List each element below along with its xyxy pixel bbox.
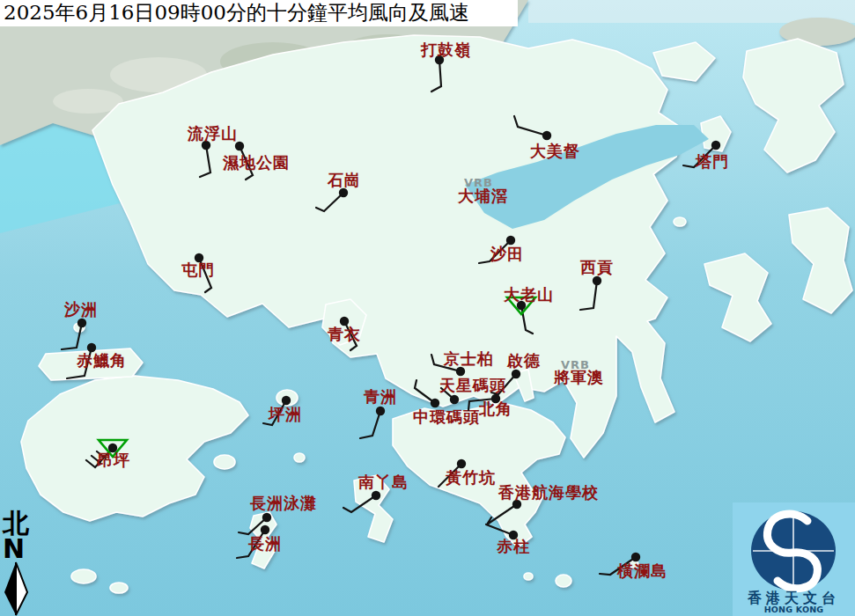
- station-dot: [235, 142, 244, 150]
- station-dot: [456, 367, 465, 376]
- hko-logo: 香港天文台 HONG KONG OBSERVATORY: [733, 502, 855, 616]
- soko-island: [110, 583, 128, 593]
- station-label: 中環碼頭: [413, 407, 480, 426]
- station-dot: [261, 525, 269, 534]
- station-dot: [339, 188, 348, 197]
- station-label: 天星碼頭: [439, 376, 506, 394]
- station-label: 西貢: [579, 258, 614, 276]
- station-dot: [457, 459, 466, 468]
- north-compass: 北 N: [0, 510, 35, 616]
- station-label: 石崗: [327, 171, 361, 189]
- station-label: 北角: [478, 400, 512, 418]
- logo-english-label: HONG KONG OBSERVATORY: [733, 605, 855, 616]
- station-dot: [631, 553, 640, 561]
- north-letter-label: N: [0, 537, 35, 561]
- station-dot: [512, 370, 520, 378]
- islet: [674, 217, 686, 226]
- station-label: 赤柱: [496, 537, 530, 555]
- station-label: 坪洲: [268, 405, 302, 423]
- station-label: 打鼓嶺: [420, 40, 471, 59]
- compass-needle-icon: [1, 561, 31, 616]
- islet: [524, 573, 533, 580]
- station-dot: [372, 491, 380, 500]
- station-dot: [542, 131, 551, 140]
- station-dot: [262, 513, 271, 522]
- station-label: 青洲: [363, 387, 397, 406]
- station-dot: [282, 396, 291, 405]
- station-label: 啟德: [506, 351, 541, 370]
- station-label: 橫瀾島: [616, 561, 667, 580]
- station-dot: [376, 407, 385, 415]
- station-label: 長洲泳灘: [249, 494, 317, 512]
- station-label: 昂坪: [97, 451, 130, 469]
- station-label: 屯門: [181, 260, 215, 279]
- station-label: 京士柏: [443, 349, 494, 368]
- station-dot: [711, 141, 720, 150]
- wind-map-page: 打鼓嶺流浮山濕地公園石崗大美督塔門VRB大埔滘沙田西貢大老山屯門沙洲赤鱲角青衣京…: [0, 0, 855, 616]
- sunshine-island: [294, 453, 305, 462]
- map-title: 2025年6月16日09時00分的十分鐘平均風向及風速: [0, 0, 518, 26]
- station-label: 南丫島: [357, 473, 409, 491]
- station-dot: [431, 399, 439, 407]
- station-label: 流浮山: [187, 124, 238, 143]
- station-label: 赤鱲角: [76, 351, 127, 370]
- station-label: 長洲: [247, 534, 282, 553]
- station-label: 將軍澳: [553, 368, 604, 386]
- station-label: 青衣: [327, 325, 361, 343]
- po-toi-island: [556, 575, 571, 587]
- station-label: 沙田: [490, 245, 524, 263]
- station-dot: [506, 236, 515, 245]
- hei-ling-chau-island: [214, 455, 235, 469]
- station-label: 沙洲: [63, 300, 98, 319]
- station-label: 大美督: [529, 142, 580, 160]
- hong-kong-wind-map: 打鼓嶺流浮山濕地公園石崗大美督塔門VRB大埔滘沙田西貢大老山屯門沙洲赤鱲角青衣京…: [0, 0, 855, 616]
- station-label: 黃竹坑: [446, 468, 496, 487]
- station-dot: [450, 395, 459, 404]
- station-label: 大老山: [503, 285, 554, 304]
- station-label: 大埔滘: [457, 187, 508, 205]
- soko-island: [71, 569, 96, 583]
- station-dot: [593, 276, 601, 285]
- station-dot: [77, 319, 86, 327]
- station-label: 濕地公園: [222, 153, 290, 172]
- station-label: 香港航海學校: [498, 483, 599, 502]
- station-label: 塔門: [695, 152, 729, 171]
